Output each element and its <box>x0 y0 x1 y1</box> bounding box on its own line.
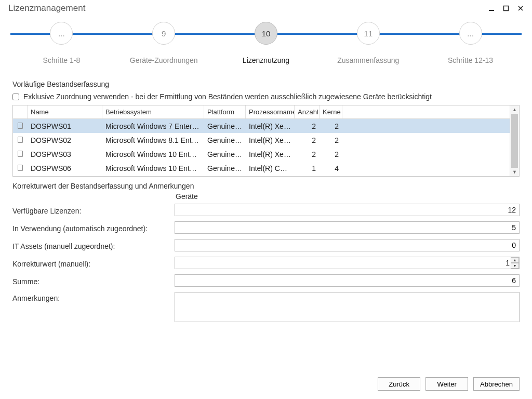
correction-header: Geräte <box>12 192 520 201</box>
cell-name: DOSPWS02 <box>28 136 102 144</box>
col-platform[interactable]: Plattform <box>204 105 246 118</box>
step-label: Schritte 12-13 <box>419 56 522 64</box>
step-label: Zusammenfassung <box>317 56 419 64</box>
cell-count: 2 <box>295 122 320 130</box>
step-10[interactable]: 10 Lizenznutzung <box>215 22 317 64</box>
col-count[interactable]: Anzahl <box>295 105 320 118</box>
scroll-down-icon[interactable]: ▼ <box>510 168 519 176</box>
table-row[interactable]: DOSPWS03Microsoft Windows 10 Enter...Gen… <box>13 147 510 161</box>
device-icon <box>13 136 28 144</box>
svg-rect-0 <box>489 10 494 11</box>
close-button[interactable] <box>513 2 528 15</box>
spin-up-icon[interactable]: ▲ <box>511 257 519 263</box>
field-available <box>175 204 520 216</box>
maximize-button[interactable] <box>499 2 513 15</box>
minimize-button[interactable] <box>484 2 499 15</box>
cell-platform: GenuineIn... <box>204 122 246 130</box>
wizard-stepper: ... Schritte 1-8 9 Geräte-Zuordnungen 10… <box>10 22 522 74</box>
scroll-up-icon[interactable]: ▲ <box>510 105 519 114</box>
spin-down-icon[interactable]: ▼ <box>511 263 519 269</box>
col-rest <box>342 105 510 118</box>
device-icon <box>13 122 28 130</box>
cell-processor: Intel(R) Xeon(... <box>246 122 295 130</box>
correction-spinner[interactable]: ▲ ▼ <box>511 257 519 269</box>
cell-name: DOSPWS03 <box>28 150 102 158</box>
field-sum <box>175 274 520 287</box>
step-circle: ... <box>50 22 73 45</box>
cancel-button[interactable]: Abbrechen <box>473 377 520 391</box>
device-icon <box>13 164 28 172</box>
row-available-licenses: Verfügbare Lizenzen: <box>12 204 520 216</box>
row-notes: Anmerkungen: <box>12 292 520 324</box>
row-correction: Korrekturwert (manuell): ▲ ▼ <box>12 257 520 269</box>
field-in-use <box>175 221 520 234</box>
exclusive-assignment-checkbox[interactable] <box>12 94 19 100</box>
step-label: Lizenznutzung <box>215 56 317 64</box>
label-in-use: In Verwendung (automatisch zugeordnet): <box>12 222 175 233</box>
row-in-use: In Verwendung (automatisch zugeordnet): <box>12 221 520 234</box>
step-circle: ... <box>459 22 482 45</box>
label-manual: IT Assets (manuell zugeordnet): <box>12 240 175 250</box>
label-available: Verfügbare Lizenzen: <box>12 205 175 215</box>
cell-count: 2 <box>295 136 320 144</box>
field-manual <box>175 239 520 251</box>
table-row[interactable]: DOSPWS06Microsoft Windows 10 Enter...Gen… <box>13 161 510 175</box>
cell-name: DOSPWS06 <box>28 164 102 172</box>
devices-heading: Geräte <box>175 192 198 201</box>
cell-os: Microsoft Windows 10 Enter... <box>102 150 204 158</box>
cell-processor: Intel(R) Xeon(... <box>246 150 295 158</box>
table-row[interactable]: DOSPWS02Microsoft Windows 8.1 Enter...Ge… <box>13 133 510 147</box>
titlebar: Lizenzmanagement <box>0 0 532 17</box>
cell-processor: Intel(R) Xeon(... <box>246 136 295 144</box>
cell-processor: Intel(R) Core(... <box>246 164 295 172</box>
cell-platform: GenuineIn... <box>204 150 246 158</box>
step-circle: 11 <box>357 22 380 45</box>
cell-os: Microsoft Windows 7 Enterp... <box>102 122 204 130</box>
cell-platform: GenuineIn... <box>204 164 246 172</box>
col-os[interactable]: Betriebssystem <box>102 105 204 118</box>
grid-body[interactable]: DOSPWS01Microsoft Windows 7 Enterp...Gen… <box>13 119 510 176</box>
label-notes: Anmerkungen: <box>12 292 175 302</box>
label-correction: Korrekturwert (manuell): <box>12 258 175 268</box>
label-sum: Summe: <box>12 275 175 286</box>
devices-grid: Name Betriebssystem Plattform Prozessorn… <box>12 105 520 177</box>
step-label: Schritte 1-8 <box>10 56 113 64</box>
content-area: Vorläufige Bestandserfassung Exklusive Z… <box>0 74 532 372</box>
footer: Zurück Weiter Abbrechen <box>0 372 532 399</box>
step-12-13[interactable]: ... Schritte 12-13 <box>419 22 522 64</box>
next-button[interactable]: Weiter <box>425 377 468 391</box>
col-processor[interactable]: Prozessorname <box>246 105 295 118</box>
back-button[interactable]: Zurück <box>378 377 420 391</box>
step-1-8[interactable]: ... Schritte 1-8 <box>10 22 113 64</box>
inventory-title: Vorläufige Bestandserfassung <box>12 80 520 88</box>
scroll-thumb[interactable] <box>511 114 518 168</box>
col-icon[interactable] <box>13 105 28 118</box>
cell-os: Microsoft Windows 8.1 Enter... <box>102 136 204 144</box>
device-icon <box>13 150 28 158</box>
field-correction[interactable] <box>175 257 520 269</box>
grid-header: Name Betriebssystem Plattform Prozessorn… <box>13 105 510 119</box>
correction-title: Korrekturwert der Bestandserfassung und … <box>12 182 520 190</box>
step-label: Geräte-Zuordnungen <box>113 56 215 64</box>
cell-os: Microsoft Windows 10 Enter... <box>102 164 204 172</box>
field-notes[interactable] <box>175 292 520 322</box>
cell-cores: 4 <box>320 164 342 172</box>
exclusive-assignment-label[interactable]: Exklusive Zuordnung verwenden - bei der … <box>23 92 432 101</box>
cell-platform: GenuineIn... <box>204 136 246 144</box>
cell-count: 1 <box>295 164 320 172</box>
cell-name: DOSPWS01 <box>28 122 102 130</box>
svg-rect-1 <box>504 6 509 11</box>
col-cores[interactable]: Kerne <box>320 105 342 118</box>
cell-cores: 2 <box>320 150 342 158</box>
col-name[interactable]: Name <box>28 105 102 118</box>
step-9[interactable]: 9 Geräte-Zuordnungen <box>113 22 215 64</box>
step-circle: 9 <box>152 22 175 45</box>
step-circle: 10 <box>255 22 277 45</box>
exclusive-assignment-row: Exklusive Zuordnung verwenden - bei der … <box>12 92 520 101</box>
cell-cores: 2 <box>320 122 342 130</box>
step-11[interactable]: 11 Zusammenfassung <box>317 22 419 64</box>
cell-count: 2 <box>295 150 320 158</box>
row-sum: Summe: <box>12 274 520 287</box>
table-row[interactable]: DOSPWS01Microsoft Windows 7 Enterp...Gen… <box>13 119 510 133</box>
grid-scrollbar[interactable]: ▲ ▼ <box>510 105 519 176</box>
